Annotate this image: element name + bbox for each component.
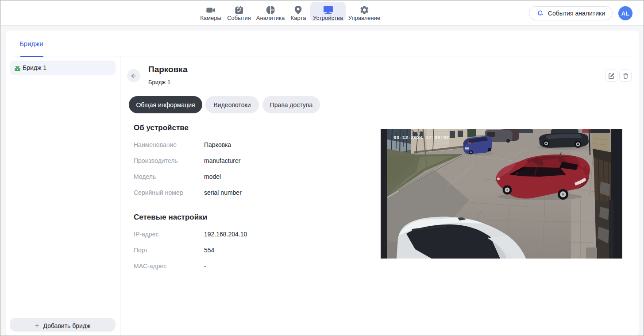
svg-text:03-12-2024 17:09:02: 03-12-2024 17:09:02	[393, 135, 449, 140]
